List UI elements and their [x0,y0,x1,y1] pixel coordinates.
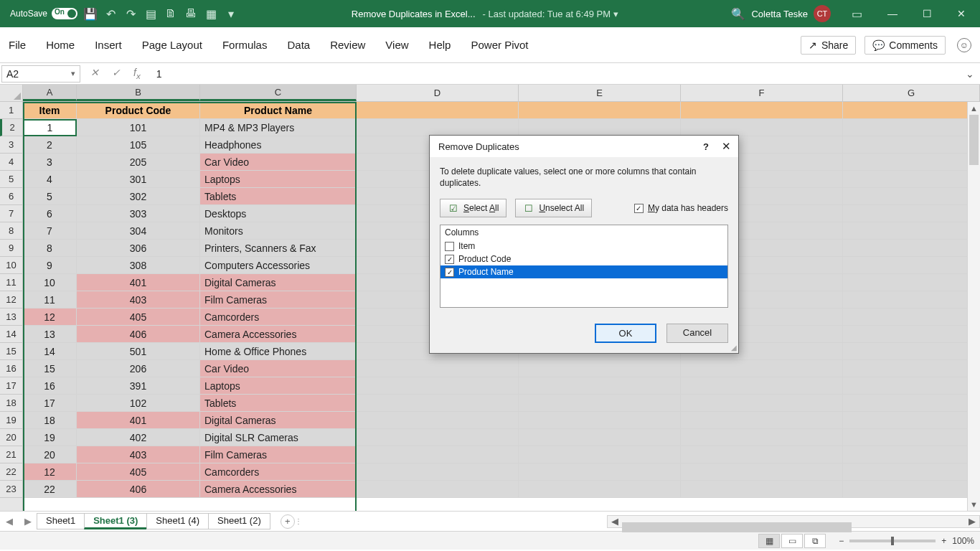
cell[interactable] [357,412,519,429]
ribbon-mode-icon[interactable]: ▭ [849,6,864,21]
cell[interactable]: Digital Cameras [200,412,357,429]
fx-icon[interactable]: fx [133,67,141,80]
cell[interactable]: Home & Office Phones [200,343,357,360]
cell[interactable] [843,429,980,446]
row-header[interactable]: 23 [0,481,22,498]
cell[interactable]: 304 [77,222,200,240]
row-header[interactable]: 21 [0,446,22,463]
cell[interactable]: Headphones [200,136,357,154]
unselect-all-button[interactable]: ☐ Unselect All [515,199,592,217]
cell[interactable] [843,309,980,326]
col-header-b[interactable]: B [77,85,200,101]
zoom-slider[interactable] [849,540,936,542]
row-header[interactable]: 20 [0,429,22,446]
cell[interactable]: 306 [77,240,200,257]
cell[interactable]: 15 [23,360,77,377]
dialog-title-bar[interactable]: Remove Duplicates ? ✕ [430,136,738,157]
cell[interactable]: Tablets [200,188,357,205]
user-badge[interactable]: Coletta Teske CT [751,5,831,22]
cell[interactable] [357,119,519,136]
close-icon[interactable]: ✕ [953,8,970,19]
tab-help[interactable]: Help [429,39,451,51]
maximize-icon[interactable]: ☐ [918,8,936,19]
cell[interactable]: Camcorders [200,463,357,481]
cell[interactable] [357,360,519,377]
col-header-g[interactable]: G [843,85,980,101]
cell[interactable] [519,446,681,463]
cell[interactable]: 405 [77,463,200,481]
cell[interactable] [357,395,519,412]
cell[interactable]: 405 [77,309,200,326]
cell[interactable] [681,395,843,412]
last-updated[interactable]: - Last updated: Tue at 6:49 PM ▾ [483,9,618,19]
scroll-down-icon[interactable]: ▼ [968,498,980,511]
cell[interactable]: Monitors [200,222,357,240]
hscroll-thumb[interactable] [622,522,852,532]
cell[interactable]: 14 [23,343,77,360]
autosave-toggle[interactable]: AutoSave On [3,8,77,19]
cell[interactable] [519,119,681,136]
cell[interactable]: 18 [23,412,77,429]
tab-nav-next-icon[interactable]: ▶ [19,516,37,527]
column-checkbox-item[interactable]: Item [440,240,727,253]
sheet-tab[interactable]: Sheet1 (3) [84,513,147,529]
cell[interactable]: 8 [23,240,77,257]
cell[interactable] [681,360,843,377]
cell[interactable]: 205 [77,154,200,171]
cell[interactable]: 402 [77,429,200,446]
row-header[interactable]: 3 [0,136,22,154]
row-header[interactable]: 6 [0,188,22,205]
page-layout-view-icon[interactable]: ▭ [781,534,803,548]
cell[interactable]: 7 [23,222,77,240]
cell[interactable] [519,429,681,446]
cell[interactable]: 13 [23,326,77,343]
name-box[interactable]: A2 ▾ [1,65,80,83]
cell[interactable] [843,446,980,463]
save-icon[interactable]: 💾 [83,6,98,21]
cell[interactable]: 403 [77,446,200,463]
col-header-a[interactable]: A [23,85,77,101]
search-icon[interactable]: 🔍 [731,6,745,21]
cell[interactable] [519,481,681,498]
cell[interactable]: 1 [23,119,77,136]
cell[interactable]: 301 [77,171,200,188]
undo-icon[interactable]: ↶ [103,6,118,21]
cell[interactable]: 17 [23,395,77,412]
cell[interactable]: 406 [77,481,200,498]
cell[interactable] [357,463,519,481]
page-break-view-icon[interactable]: ⧉ [804,534,826,548]
row-header[interactable]: 22 [0,463,22,481]
cell[interactable] [681,412,843,429]
cell[interactable]: Computers Accessories [200,257,357,274]
row-header[interactable]: 17 [0,377,22,395]
row-header[interactable]: 4 [0,154,22,171]
cell[interactable]: Camera Accessories [200,326,357,343]
feedback-face-icon[interactable]: ☺ [957,38,971,52]
cell[interactable]: 19 [23,429,77,446]
chevron-down-icon[interactable]: ▾ [71,69,75,78]
cell[interactable]: 501 [77,343,200,360]
redo-icon[interactable]: ↷ [123,6,138,21]
qat-icon-4[interactable]: ▦ [204,6,218,21]
cell[interactable] [843,119,980,136]
formula-value[interactable]: 1 [149,68,966,80]
col-header-c[interactable]: C [200,85,357,101]
cell[interactable]: 303 [77,205,200,222]
cell[interactable] [357,429,519,446]
qat-icon-1[interactable]: ▤ [143,6,158,21]
cell[interactable] [843,257,980,274]
tab-split-handle[interactable]: ⋮ [295,517,302,525]
cell[interactable]: Tablets [200,395,357,412]
cell[interactable]: Film Cameras [200,446,357,463]
cell[interactable] [843,343,980,360]
header-cell[interactable]: Item [23,102,77,119]
cell[interactable] [357,377,519,395]
row-header[interactable]: 1 [0,102,22,119]
toggle-switch[interactable]: On [52,8,77,19]
tab-insert[interactable]: Insert [95,39,122,51]
cell[interactable]: Laptops [200,377,357,395]
cell[interactable]: 391 [77,377,200,395]
tab-review[interactable]: Review [330,39,365,51]
col-header-e[interactable]: E [519,85,681,101]
cell[interactable] [519,377,681,395]
